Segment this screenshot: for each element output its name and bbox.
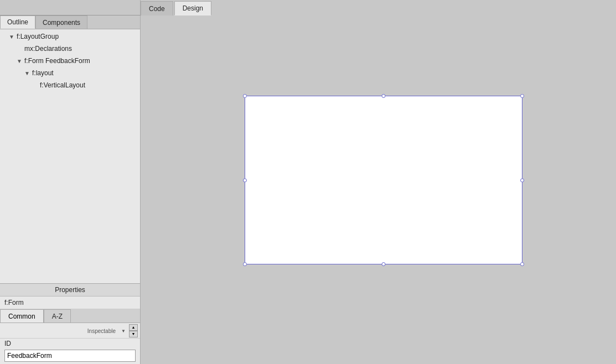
tree-label-verticallayout: f:VerticalLayout <box>39 81 85 89</box>
main-area: Outline Components ▼ f:LayoutGroup mx:De… <box>0 15 616 364</box>
handle-tl[interactable] <box>243 94 247 98</box>
app-container: Code Design Outline Components ▼ <box>0 0 616 364</box>
left-panel: Outline Components ▼ f:LayoutGroup mx:De… <box>0 15 141 364</box>
inspectable-down-button[interactable]: ▼ <box>129 331 138 337</box>
handle-tr[interactable] <box>520 94 524 98</box>
prop-tab-az[interactable]: A-Z <box>44 309 71 323</box>
tab-design[interactable]: Design <box>174 1 211 15</box>
tab-outline[interactable]: Outline <box>0 15 35 29</box>
design-canvas <box>141 15 616 364</box>
tree-label-layout: f:layout <box>31 69 54 77</box>
prop-tab-common[interactable]: Common <box>0 309 44 323</box>
inspectable-up-button[interactable]: ▲ <box>129 324 138 331</box>
handle-mr[interactable] <box>520 178 524 182</box>
tree-item-layoutgroup[interactable]: ▼ f:LayoutGroup <box>0 30 140 43</box>
tree-label-feedbackform: f:Form FeedbackForm <box>23 57 90 65</box>
toggle-declarations <box>15 46 23 52</box>
tab-code[interactable]: Code <box>141 1 173 15</box>
id-input-row <box>0 349 140 364</box>
tab-components[interactable]: Components <box>35 15 87 29</box>
tree-item-verticallayout[interactable]: f:VerticalLayout <box>0 79 140 91</box>
prop-tab-bar: Common A-Z <box>0 309 140 323</box>
canvas-inner <box>141 15 616 364</box>
properties-header: Properties <box>0 284 140 297</box>
inspectable-label-text: Inspectable <box>87 327 116 334</box>
toggle-layoutgroup: ▼ <box>8 34 15 40</box>
handle-br[interactable] <box>520 262 524 266</box>
tree-item-feedbackform[interactable]: ▼ f:Form FeedbackForm <box>0 55 140 67</box>
properties-form-label: f:Form <box>0 297 140 309</box>
id-input[interactable] <box>4 350 136 362</box>
tree-label-declarations: mx:Declarations <box>23 45 72 53</box>
form-widget[interactable] <box>245 96 522 264</box>
properties-panel: Properties f:Form Common A-Z <box>0 283 140 364</box>
handle-bl[interactable] <box>243 262 247 266</box>
tree-item-declarations[interactable]: mx:Declarations <box>0 43 140 55</box>
tree-label-layoutgroup: f:LayoutGroup <box>15 33 59 40</box>
id-label: ID <box>0 339 140 349</box>
handle-bc[interactable] <box>382 262 386 266</box>
top-tab-bar: Code Design <box>141 0 616 15</box>
tree-item-layout[interactable]: ▼ f:layout <box>0 67 140 79</box>
handle-ml[interactable] <box>243 178 247 182</box>
toggle-layout: ▼ <box>23 70 31 76</box>
inspectable-row: Inspectable Inspectable ▲ ▼ <box>0 323 140 339</box>
left-tab-bar: Outline Components <box>0 15 140 29</box>
toggle-feedbackform: ▼ <box>15 58 23 64</box>
inspectable-arrows: ▲ ▼ <box>129 324 138 337</box>
outline-tree: ▼ f:LayoutGroup mx:Declarations ▼ f:Form… <box>0 29 140 283</box>
toggle-verticallayout <box>31 82 39 89</box>
handle-tc[interactable] <box>382 94 386 98</box>
